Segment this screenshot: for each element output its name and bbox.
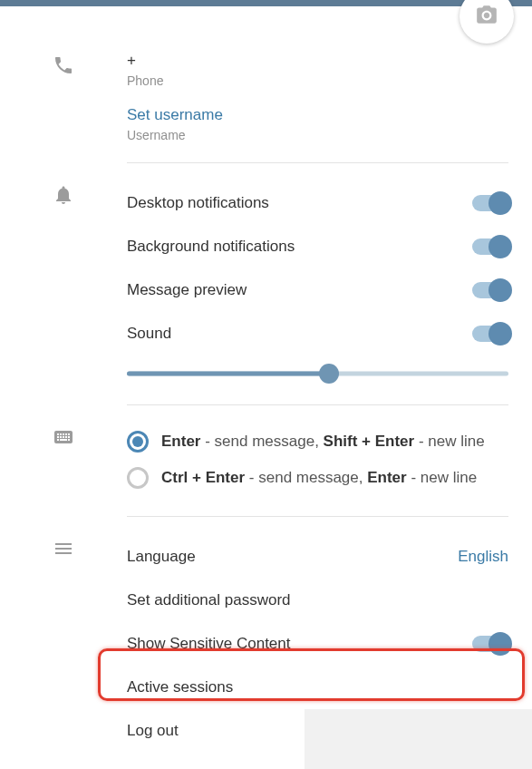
message-preview-toggle[interactable]: [472, 282, 508, 298]
volume-slider[interactable]: [127, 363, 508, 384]
active-sessions-label: Active sessions: [127, 678, 233, 696]
username-label: Username: [127, 128, 508, 142]
message-preview-row[interactable]: Message preview: [127, 268, 508, 312]
radio-unselected-icon: [127, 467, 149, 489]
show-sensitive-content-toggle[interactable]: [472, 636, 508, 652]
send-enter-option[interactable]: Enter - send message, Shift + Enter - ne…: [127, 423, 508, 460]
menu-icon: [53, 538, 74, 753]
overlay-patch: [305, 709, 532, 769]
additional-password-label: Set additional password: [127, 591, 291, 608]
divider: [127, 162, 508, 163]
show-sensitive-content-label: Show Sensitive Content: [127, 635, 291, 653]
phone-value: +: [127, 52, 508, 70]
sound-toggle[interactable]: [472, 326, 508, 342]
active-sessions-row[interactable]: Active sessions: [127, 666, 508, 709]
radio-selected-icon: [127, 431, 149, 453]
phone-icon: [53, 54, 74, 181]
send-ctrl-enter-option[interactable]: Ctrl + Enter - send message, Enter - new…: [127, 460, 508, 496]
divider: [127, 404, 508, 405]
username-row[interactable]: Set username Username: [127, 106, 508, 142]
language-value: English: [458, 548, 508, 566]
sound-row[interactable]: Sound: [127, 312, 508, 355]
desktop-notifications-row[interactable]: Desktop notifications: [127, 181, 508, 225]
desktop-notifications-label: Desktop notifications: [127, 194, 269, 212]
bell-icon: [53, 184, 74, 423]
set-username-link[interactable]: Set username: [127, 106, 508, 124]
desktop-notifications-toggle[interactable]: [472, 195, 508, 211]
divider: [127, 516, 508, 517]
language-label: Language: [127, 548, 196, 566]
top-bar: [0, 0, 532, 6]
message-preview-label: Message preview: [127, 281, 247, 299]
additional-password-row[interactable]: Set additional password: [127, 579, 508, 622]
camera-icon: [475, 3, 498, 30]
send-ctrl-enter-label: Ctrl + Enter - send message, Enter - new…: [161, 469, 477, 487]
phone-row[interactable]: + Phone: [127, 52, 508, 88]
background-notifications-label: Background notifications: [127, 238, 295, 256]
background-notifications-toggle[interactable]: [472, 238, 508, 255]
sound-label: Sound: [127, 325, 171, 343]
phone-label: Phone: [127, 73, 508, 88]
send-enter-label: Enter - send message, Shift + Enter - ne…: [161, 433, 485, 451]
show-sensitive-content-row[interactable]: Show Sensitive Content: [127, 622, 508, 666]
background-notifications-row[interactable]: Background notifications: [127, 225, 508, 268]
language-row[interactable]: Language English: [127, 535, 508, 579]
keyboard-icon: [53, 426, 74, 535]
logout-label: Log out: [127, 722, 179, 739]
